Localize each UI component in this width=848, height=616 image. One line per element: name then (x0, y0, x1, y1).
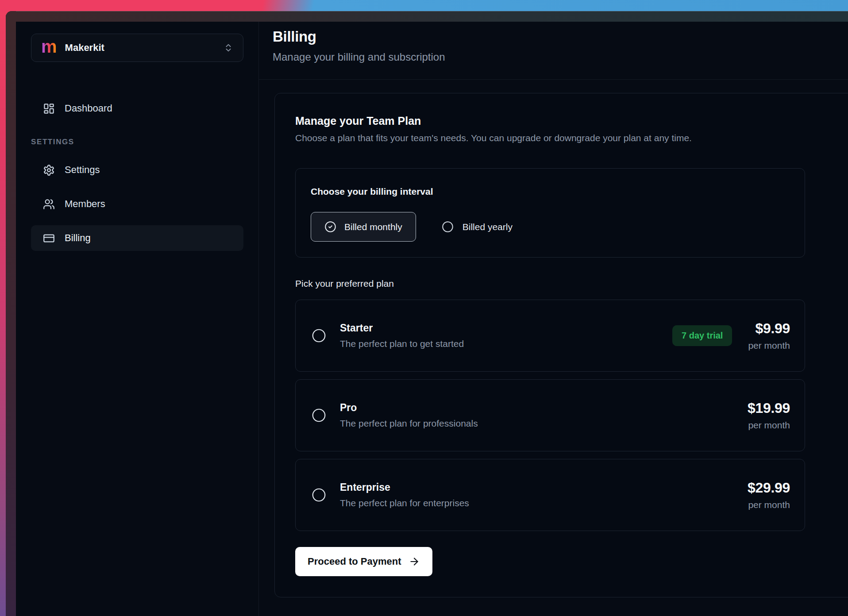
plan-description: The perfect plan for enterprises (340, 498, 469, 508)
plan-price-block: $9.99 per month (748, 320, 790, 351)
workspace-selector[interactable]: m Makerkit (31, 34, 243, 62)
sidebar-item-label: Settings (65, 164, 100, 176)
plan-description: The perfect plan to get started (340, 339, 464, 349)
sidebar-item-billing[interactable]: Billing (31, 225, 243, 251)
card-description: Choose a plan that fits your team's need… (295, 133, 844, 143)
plan-period: per month (748, 500, 790, 510)
sidebar-nav: Dashboard SETTINGS Settings Members (31, 96, 243, 251)
billing-interval-label: Choose your billing interval (311, 186, 790, 197)
check-circle-icon (324, 221, 336, 233)
plan-info: Enterprise The perfect plan for enterpri… (340, 481, 469, 508)
page-subtitle: Manage your billing and subscription (273, 48, 830, 66)
interval-option-label: Billed yearly (463, 222, 513, 232)
plan-row-enterprise[interactable]: Enterprise The perfect plan for enterpri… (295, 459, 805, 531)
team-plan-card: Manage your Team Plan Choose a plan that… (274, 93, 848, 597)
plan-picker-label: Pick your preferred plan (295, 278, 844, 289)
plan-price: $9.99 (748, 320, 790, 337)
plan-info: Starter The perfect plan to get started (340, 322, 464, 349)
app-window: m Makerkit Dashboard SETTINGS (6, 11, 848, 616)
interval-option-yearly[interactable]: Billed yearly (442, 221, 513, 233)
main-content: Billing Manage your billing and subscrip… (259, 22, 848, 616)
users-icon (43, 198, 55, 210)
credit-card-icon (43, 232, 55, 244)
plan-period: per month (748, 340, 790, 351)
sidebar-item-label: Billing (65, 232, 91, 244)
plan-row-pro[interactable]: Pro The perfect plan for professionals $… (295, 379, 805, 451)
plan-info: Pro The perfect plan for professionals (340, 402, 478, 429)
plan-price-block: $19.99 per month (748, 400, 790, 431)
plan-period: per month (748, 420, 790, 431)
radio-circle-icon[interactable] (312, 408, 326, 423)
billing-interval-box: Choose your billing interval Billed mont… (295, 168, 805, 258)
window-frame-top (6, 11, 848, 22)
gear-icon (43, 164, 55, 176)
billing-interval-options: Billed monthly Billed yearly (311, 212, 790, 242)
plan-description: The perfect plan for professionals (340, 418, 478, 429)
plan-price-block: $29.99 per month (748, 480, 790, 510)
sidebar-item-label: Members (65, 198, 105, 210)
interval-option-label: Billed monthly (344, 222, 402, 232)
plan-name: Enterprise (340, 481, 469, 493)
sidebar-item-members[interactable]: Members (31, 191, 243, 217)
card-title: Manage your Team Plan (295, 115, 844, 127)
plan-price: $19.99 (748, 400, 790, 416)
circle-icon (442, 221, 454, 233)
page-title: Billing (273, 27, 830, 46)
proceed-to-payment-button[interactable]: Proceed to Payment (295, 547, 432, 576)
radio-circle-icon[interactable] (312, 328, 326, 343)
plan-name: Starter (340, 322, 464, 334)
radio-circle-icon[interactable] (312, 488, 326, 502)
page-header: Billing Manage your billing and subscrip… (259, 22, 848, 80)
sidebar-item-dashboard[interactable]: Dashboard (31, 96, 243, 121)
main-body: Manage your Team Plan Choose a plan that… (259, 80, 848, 597)
app-content: m Makerkit Dashboard SETTINGS (16, 22, 848, 616)
plan-row-starter[interactable]: Starter The perfect plan to get started … (295, 300, 805, 372)
makerkit-logo: m (41, 38, 57, 55)
chevrons-up-down-icon (224, 43, 233, 53)
cta-label: Proceed to Payment (308, 556, 401, 567)
sidebar-item-settings[interactable]: Settings (31, 157, 243, 183)
sidebar-item-label: Dashboard (65, 103, 112, 114)
plan-price: $29.99 (748, 480, 790, 496)
window-frame-left (6, 11, 16, 616)
sidebar: m Makerkit Dashboard SETTINGS (16, 22, 259, 616)
trial-badge: 7 day trial (672, 325, 732, 346)
desktop-wallpaper-top-strip (0, 0, 848, 12)
interval-option-monthly[interactable]: Billed monthly (311, 212, 416, 242)
layout-dashboard-icon (43, 103, 55, 115)
arrow-right-icon (409, 556, 420, 567)
sidebar-section-settings: SETTINGS (31, 138, 243, 146)
plan-name: Pro (340, 402, 478, 414)
workspace-name: Makerkit (65, 42, 104, 54)
